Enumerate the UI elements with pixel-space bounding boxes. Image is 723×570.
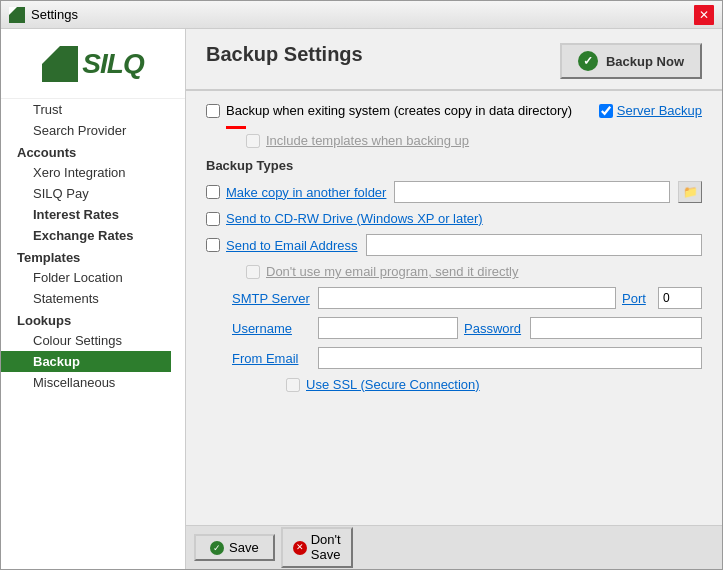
dont-use-email-row: Don't use my email program, send it dire…	[206, 264, 702, 279]
smtp-server-label[interactable]: SMTP Server	[232, 291, 312, 306]
send-email-label[interactable]: Send to Email Address	[206, 238, 358, 253]
smtp-username-input[interactable]	[318, 317, 458, 339]
sidebar-section-accounts[interactable]: Accounts	[1, 141, 171, 162]
server-backup-checkbox[interactable]	[599, 104, 613, 118]
sidebar-item-backup[interactable]: Backup	[1, 351, 171, 372]
bottom-bar: ✓ Save ✕ Don'tSave	[186, 525, 722, 569]
sidebar-item-miscellaneous[interactable]: Miscellaneous	[1, 372, 171, 393]
main-content: Backup Settings ✓ Backup Now Backup when…	[186, 29, 722, 569]
backup-types-title: Backup Types	[206, 158, 702, 173]
title-bar-text: Settings	[31, 7, 78, 22]
logo: SILQ	[42, 46, 143, 82]
smtp-username-label[interactable]: Username	[232, 321, 312, 336]
close-button[interactable]: ✕	[694, 5, 714, 25]
sidebar-item-trust[interactable]: Trust	[1, 99, 171, 120]
error-row	[206, 126, 702, 129]
include-templates-row: Include templates when backing up	[206, 133, 702, 148]
make-copy-checkbox[interactable]	[206, 185, 220, 199]
smtp-server-input[interactable]	[318, 287, 616, 309]
server-backup-text[interactable]: Server Backup	[617, 103, 702, 118]
include-templates-text: Include templates when backing up	[266, 133, 469, 148]
settings-window: Settings ✕ SILQ Trust Search Provider Ac…	[0, 0, 723, 570]
sidebar-section-templates[interactable]: Templates	[1, 246, 171, 267]
smtp-port-input[interactable]	[658, 287, 702, 309]
backup-on-exit-row: Backup when exiting system (creates copy…	[206, 103, 702, 118]
check-icon: ✓	[578, 51, 598, 71]
email-address-input[interactable]	[366, 234, 702, 256]
content-body: Backup when exiting system (creates copy…	[186, 91, 722, 525]
save-label: Save	[229, 540, 259, 555]
nav-scroll[interactable]: Trust Search Provider Accounts Xero Inte…	[1, 99, 185, 569]
error-indicator	[226, 126, 246, 129]
sidebar-item-exchange-rates[interactable]: Exchange Rates	[1, 225, 171, 246]
send-email-checkbox[interactable]	[206, 238, 220, 252]
page-title: Backup Settings	[206, 43, 363, 66]
from-email-row: From Email	[206, 347, 702, 369]
sidebar-section-lookups[interactable]: Lookups	[1, 309, 171, 330]
window-body: SILQ Trust Search Provider Accounts Xero…	[1, 29, 722, 569]
sidebar-item-silq-pay[interactable]: SILQ Pay	[1, 183, 171, 204]
title-bar: Settings ✕	[1, 1, 722, 29]
title-bar-left: Settings	[9, 7, 78, 23]
make-copy-input[interactable]	[394, 181, 670, 203]
use-ssl-label[interactable]: Use SSL (Secure Connection)	[286, 377, 480, 392]
send-cd-text[interactable]: Send to CD-RW Drive (Windows XP or later…	[226, 211, 483, 226]
make-copy-text[interactable]: Make copy in another folder	[226, 185, 386, 200]
send-email-text[interactable]: Send to Email Address	[226, 238, 358, 253]
include-templates-label[interactable]: Include templates when backing up	[246, 133, 469, 148]
app-icon	[9, 7, 25, 23]
logo-area: SILQ	[1, 29, 185, 99]
use-ssl-checkbox[interactable]	[286, 378, 300, 392]
use-ssl-row: Use SSL (Secure Connection)	[206, 377, 702, 392]
send-cd-row: Send to CD-RW Drive (Windows XP or later…	[206, 211, 702, 226]
folder-icon: 📁	[683, 185, 698, 199]
content-header: Backup Settings ✓ Backup Now	[186, 29, 722, 91]
send-email-row: Send to Email Address	[206, 234, 702, 256]
save-icon: ✓	[210, 541, 224, 555]
sidebar-item-interest-rates[interactable]: Interest Rates	[1, 204, 171, 225]
dont-save-button[interactable]: ✕ Don'tSave	[281, 527, 353, 568]
send-cd-label[interactable]: Send to CD-RW Drive (Windows XP or later…	[206, 211, 483, 226]
sidebar-item-folder-location[interactable]: Folder Location	[1, 267, 171, 288]
include-templates-checkbox[interactable]	[246, 134, 260, 148]
logo-text: SILQ	[82, 48, 143, 80]
smtp-port-label[interactable]: Port	[622, 291, 652, 306]
from-email-label[interactable]: From Email	[232, 351, 312, 366]
sidebar-item-colour-settings[interactable]: Colour Settings	[1, 330, 171, 351]
dont-save-label: Don'tSave	[311, 533, 341, 562]
backup-on-exit-text: Backup when exiting system (creates copy…	[226, 103, 572, 118]
smtp-password-label[interactable]: Password	[464, 321, 524, 336]
dont-save-icon: ✕	[293, 541, 307, 555]
nav-container: Trust Search Provider Accounts Xero Inte…	[1, 99, 185, 569]
make-copy-label[interactable]: Make copy in another folder	[206, 185, 386, 200]
backup-now-label: Backup Now	[606, 54, 684, 69]
smtp-credentials-row: Username Password	[206, 317, 702, 339]
logo-mark	[42, 46, 78, 82]
backup-on-exit-checkbox[interactable]	[206, 104, 220, 118]
sidebar-item-search-provider[interactable]: Search Provider	[1, 120, 171, 141]
backup-on-exit-label[interactable]: Backup when exiting system (creates copy…	[206, 103, 572, 118]
sidebar-item-statements[interactable]: Statements	[1, 288, 171, 309]
backup-now-button[interactable]: ✓ Backup Now	[560, 43, 702, 79]
dont-use-email-checkbox[interactable]	[246, 265, 260, 279]
sidebar: SILQ Trust Search Provider Accounts Xero…	[1, 29, 186, 569]
save-button[interactable]: ✓ Save	[194, 534, 275, 561]
smtp-server-row: SMTP Server Port	[206, 287, 702, 309]
dont-use-email-label[interactable]: Don't use my email program, send it dire…	[246, 264, 518, 279]
use-ssl-text[interactable]: Use SSL (Secure Connection)	[306, 377, 480, 392]
dont-use-email-text: Don't use my email program, send it dire…	[266, 264, 518, 279]
server-backup-label[interactable]: Server Backup	[599, 103, 702, 118]
from-email-input[interactable]	[318, 347, 702, 369]
send-cd-checkbox[interactable]	[206, 212, 220, 226]
folder-browse-button[interactable]: 📁	[678, 181, 702, 203]
smtp-password-input[interactable]	[530, 317, 702, 339]
sidebar-item-xero-integration[interactable]: Xero Integration	[1, 162, 171, 183]
make-copy-row: Make copy in another folder 📁	[206, 181, 702, 203]
